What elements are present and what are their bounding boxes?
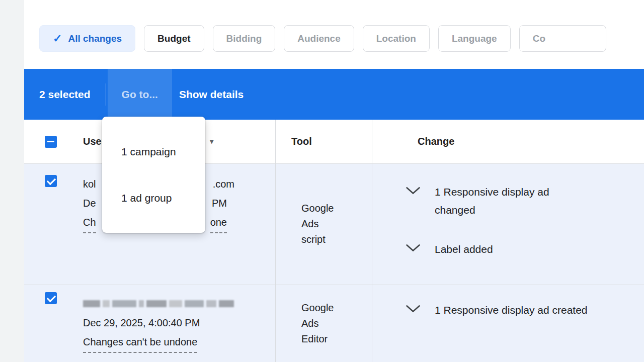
date-left: De <box>83 194 96 213</box>
chip-label: Language <box>452 33 497 44</box>
chip-label: Bidding <box>226 33 262 44</box>
menu-item-label: 1 campaign <box>121 146 176 158</box>
change-date-line: Dec 29, 2025, 4:00:40 PM <box>83 313 275 332</box>
filter-chip-language[interactable]: Language <box>438 25 511 52</box>
filter-chip-location[interactable]: Location <box>363 25 430 52</box>
show-details-label: Show details <box>179 88 244 100</box>
change-description: 1 Responsive display ad created <box>435 301 588 319</box>
filter-chip-truncated[interactable]: Co <box>519 25 606 52</box>
chip-label: Audience <box>297 33 341 44</box>
table-row: Dec 29, 2025, 4:00:40 PM Changes can't b… <box>24 285 644 362</box>
tool-name: Google Ads Editor <box>301 300 342 347</box>
change-description: Label added <box>435 240 493 258</box>
chevron-down-icon[interactable] <box>406 244 421 252</box>
chip-label: Location <box>376 33 416 44</box>
filter-chip-all-changes[interactable]: ✓ All changes <box>39 25 135 52</box>
chip-label: Budget <box>157 33 190 44</box>
change-entry: 1 Responsive display ad created <box>406 301 644 319</box>
change-entry: Label added <box>406 240 644 258</box>
filter-chip-budget[interactable]: Budget <box>144 25 204 52</box>
undone-note-line: Changes can't be undone <box>83 332 275 353</box>
chevron-down-icon[interactable] <box>406 305 421 313</box>
undone-right[interactable]: one <box>210 213 227 233</box>
selection-action-bar: 2 selected Go to... Show details <box>24 69 644 120</box>
check-icon: ✓ <box>53 32 62 45</box>
chip-label: Co <box>533 33 545 44</box>
change-column-label: Change <box>418 136 454 147</box>
change-entry: 1 Responsive display ad changed <box>406 183 644 219</box>
user-column-caret-icon[interactable]: ▾ <box>210 137 214 146</box>
left-gutter <box>0 0 24 362</box>
chip-label: All changes <box>68 33 122 44</box>
tool-cell: Google Ads Editor <box>275 285 372 362</box>
user-email-right: .com <box>213 174 234 194</box>
menu-item-ad-group[interactable]: 1 ad group <box>102 175 205 221</box>
go-to-button[interactable]: Go to... <box>108 69 172 120</box>
tool-cell: Google Ads script <box>275 164 372 285</box>
row-checkbox-cell <box>24 285 83 362</box>
go-to-dropdown-menu: 1 campaign 1 ad group <box>102 117 205 233</box>
filter-chip-audience[interactable]: Audience <box>284 25 354 52</box>
filter-chip-bidding[interactable]: Bidding <box>213 25 276 52</box>
redacted-text <box>83 294 275 313</box>
selected-count: 2 selected <box>24 88 91 101</box>
row-checkbox[interactable] <box>45 175 57 187</box>
action-bar-divider <box>106 83 106 106</box>
chevron-down-icon[interactable] <box>406 187 421 195</box>
date-right: PM <box>212 194 227 213</box>
go-to-label: Go to... <box>122 88 158 101</box>
show-details-button[interactable]: Show details <box>176 88 247 101</box>
menu-item-label: 1 ad group <box>121 192 172 204</box>
user-email-left: kol <box>83 174 96 194</box>
header-checkbox-cell <box>24 136 83 148</box>
undone-note[interactable]: Changes can't be undone <box>83 332 197 353</box>
select-all-checkbox[interactable] <box>45 136 57 148</box>
change-history-screen: ✓ All changes Budget Bidding Audience Lo… <box>0 0 644 362</box>
change-description: 1 Responsive display ad changed <box>435 183 586 219</box>
menu-item-campaign[interactable]: 1 campaign <box>102 129 205 175</box>
column-header-change: Change <box>372 120 644 163</box>
column-header-tool: Tool <box>275 120 372 163</box>
row-checkbox[interactable] <box>45 292 57 304</box>
tool-column-label: Tool <box>291 136 312 147</box>
tool-name: Google Ads script <box>301 201 342 247</box>
change-cell: 1 Responsive display ad changed Label ad… <box>372 164 644 285</box>
filter-chips-row: ✓ All changes Budget Bidding Audience Lo… <box>24 0 644 52</box>
change-cell: 1 Responsive display ad created <box>372 285 644 362</box>
user-cell: Dec 29, 2025, 4:00:40 PM Changes can't b… <box>83 285 275 362</box>
row-checkbox-cell <box>24 164 83 285</box>
undone-left[interactable]: Ch <box>83 213 96 233</box>
